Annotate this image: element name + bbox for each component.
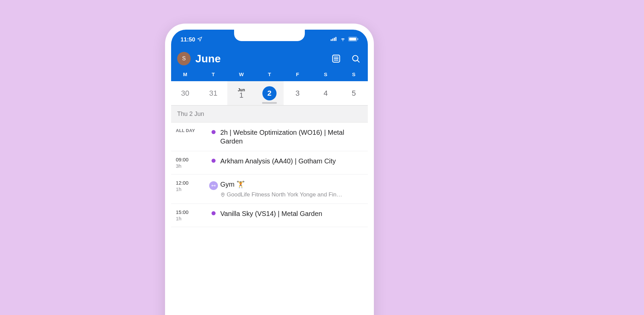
event-time: 09:003h (176, 157, 207, 169)
weekday-label: S (312, 71, 340, 77)
date-number: 1 (239, 92, 243, 99)
event-row[interactable]: ALL DAY2h | Website Optimization (WO16) … (171, 123, 368, 151)
weekday-label: W (227, 71, 255, 77)
agenda-view-button[interactable] (330, 53, 342, 65)
event-location: GoodLife Fitness North York Yonge and Fi… (220, 191, 362, 198)
agenda-day-header: Thu 2 Jun (171, 105, 368, 123)
svg-line-12 (357, 60, 359, 62)
event-time: 12:001h (176, 180, 207, 198)
date-number: 3 (295, 90, 299, 97)
date-strip[interactable]: 3031Jun12345 (171, 81, 368, 105)
svg-point-16 (222, 194, 223, 195)
date-number: 31 (209, 90, 217, 97)
event-body: Arkham Analysis (AA40) | Gotham City (220, 157, 362, 169)
svg-rect-5 (349, 38, 356, 41)
event-time-secondary: 1h (176, 186, 207, 192)
agenda-list[interactable]: ALL DAY2h | Website Optimization (WO16) … (171, 123, 368, 227)
search-button[interactable] (350, 53, 362, 65)
event-row[interactable]: 12:001hGym 🏋️GoodLife Fitness North York… (171, 175, 368, 204)
svg-rect-1 (332, 38, 333, 41)
event-time: 15:001h (176, 209, 207, 221)
event-body: 2h | Website Optimization (WO16) | Metal… (220, 128, 362, 146)
drag-handle-icon[interactable] (262, 102, 277, 104)
date-number: 30 (181, 90, 189, 97)
weekday-label: T (255, 71, 283, 77)
weekday-label: M (171, 71, 199, 77)
wifi-icon (340, 36, 346, 43)
weekday-label: S (340, 71, 368, 77)
phone-screen: 11:50 S (171, 30, 368, 315)
event-location-text: GoodLife Fitness North York Yonge and Fi… (227, 191, 342, 198)
location-arrow-icon (197, 36, 202, 43)
month-title[interactable]: June (195, 53, 325, 65)
event-time-primary: 12:00 (176, 180, 207, 186)
event-body: Vanilla Sky (VS14) | Metal Garden (220, 209, 362, 221)
phone-frame: 11:50 S (165, 24, 374, 315)
date-cell[interactable]: 31 (199, 81, 227, 105)
status-time: 11:50 (181, 36, 195, 43)
event-marker (208, 180, 219, 198)
event-marker (208, 128, 219, 146)
date-number: 5 (352, 90, 356, 97)
svg-rect-0 (331, 39, 332, 41)
svg-rect-3 (335, 37, 336, 41)
event-marker (208, 157, 219, 169)
event-time-primary: 15:00 (176, 209, 207, 215)
event-row[interactable]: 15:001hVanilla Sky (VS14) | Metal Garden (171, 204, 368, 227)
svg-rect-2 (334, 38, 335, 41)
event-body: Gym 🏋️GoodLife Fitness North York Yonge … (220, 180, 362, 198)
date-cell[interactable]: 2 (255, 81, 283, 105)
event-time-primary: 09:00 (176, 157, 207, 162)
cellular-signal-icon (330, 36, 337, 43)
event-time-primary: ALL DAY (176, 128, 207, 133)
date-cell[interactable]: 3 (284, 81, 312, 105)
event-title: 2h | Website Optimization (WO16) | Metal… (220, 128, 362, 146)
event-title: Vanilla Sky (VS14) | Metal Garden (220, 209, 362, 218)
date-cell[interactable]: 4 (312, 81, 340, 105)
date-number: 4 (324, 90, 328, 97)
event-row[interactable]: 09:003hArkham Analysis (AA40) | Gotham C… (171, 151, 368, 175)
date-cell[interactable]: Jun1 (227, 81, 255, 105)
weekday-label: T (199, 71, 227, 77)
date-cell[interactable]: 30 (171, 81, 199, 105)
event-time-secondary: 3h (176, 163, 207, 169)
event-time: ALL DAY (176, 128, 207, 146)
calendar-dot-icon (212, 211, 216, 215)
calendar-dot-icon (212, 159, 216, 163)
event-time-secondary: 1h (176, 216, 207, 221)
date-cell[interactable]: 5 (340, 81, 368, 105)
weekday-row: M T W T F S S (171, 71, 368, 81)
calendar-dot-icon (212, 130, 216, 134)
event-title: Arkham Analysis (AA40) | Gotham City (220, 157, 362, 165)
avatar[interactable]: S (177, 52, 191, 65)
weekday-label: F (284, 71, 312, 77)
svg-rect-6 (357, 38, 358, 40)
avatar-letter: S (182, 56, 186, 62)
event-marker (208, 209, 219, 221)
selected-date-circle: 2 (262, 86, 277, 100)
event-title: Gym 🏋️ (220, 180, 362, 189)
phone-notch (234, 30, 305, 41)
battery-icon (348, 36, 358, 43)
calendar-header: S June (171, 47, 368, 71)
dumbbell-icon (209, 181, 218, 190)
